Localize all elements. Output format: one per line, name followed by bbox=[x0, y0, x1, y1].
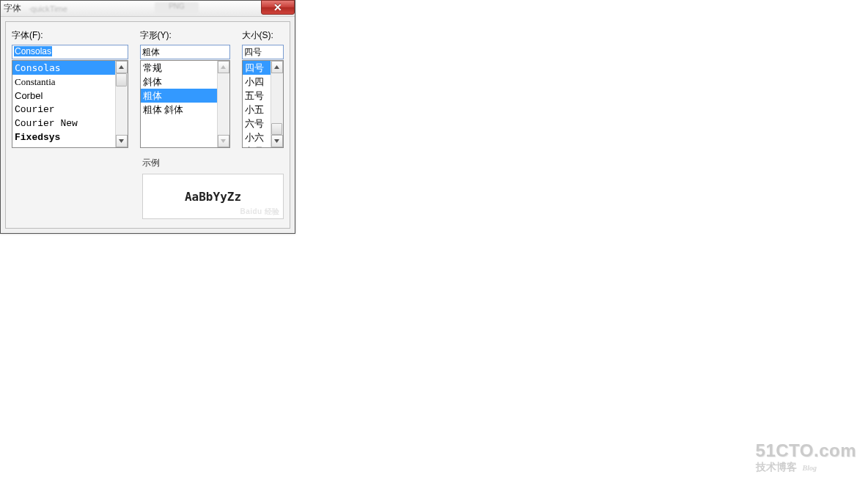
size-label: 大小(S): bbox=[242, 29, 284, 42]
font-item-corbel[interactable]: Corbel bbox=[12, 89, 115, 103]
chevron-up-icon bbox=[274, 65, 279, 69]
size-scrollbar[interactable] bbox=[271, 61, 283, 147]
scroll-up-button[interactable] bbox=[218, 61, 229, 73]
brand-line1: 51CTO.com bbox=[756, 442, 856, 459]
title-blur: ·quickTime bbox=[29, 4, 67, 13]
style-column: 字形(Y): 常规 斜体 粗体 粗体 斜体 bbox=[140, 29, 230, 148]
size-list[interactable]: 四号 小四 五号 小五 六号 小六 七号 bbox=[243, 61, 271, 147]
font-list[interactable]: Consolas Constantia Corbel Courier Couri… bbox=[12, 61, 115, 147]
sample-text: AaBbYyZz bbox=[185, 190, 241, 204]
style-item-regular[interactable]: 常规 bbox=[141, 61, 217, 75]
style-list[interactable]: 常规 斜体 粗体 粗体 斜体 bbox=[141, 61, 217, 147]
scroll-up-button[interactable] bbox=[271, 61, 283, 73]
chevron-down-icon bbox=[274, 139, 279, 143]
size-item-3[interactable]: 小五 bbox=[243, 103, 271, 117]
close-button[interactable]: ✕ bbox=[261, 0, 295, 15]
close-icon: ✕ bbox=[273, 1, 282, 13]
sample-section: 示例 AaBbYyZz Baidu 经验 bbox=[142, 157, 284, 219]
font-item-franklin[interactable]: Franklin Gothic bbox=[12, 144, 115, 147]
size-input[interactable] bbox=[242, 45, 284, 59]
font-scrollbar[interactable] bbox=[115, 61, 128, 147]
scroll-down-button[interactable] bbox=[218, 135, 229, 147]
size-item-4[interactable]: 六号 bbox=[243, 117, 271, 130]
sample-label: 示例 bbox=[142, 157, 284, 169]
font-item-couriernew[interactable]: Courier New bbox=[12, 117, 115, 130]
font-item-courier[interactable]: Courier bbox=[12, 103, 115, 117]
sample-box: AaBbYyZz Baidu 经验 bbox=[142, 174, 284, 219]
svg-marker-3 bbox=[221, 139, 226, 143]
scroll-thumb[interactable] bbox=[271, 123, 282, 135]
style-item-bold[interactable]: 粗体 bbox=[141, 89, 217, 103]
font-item-fixedsys[interactable]: Fixedsys bbox=[12, 130, 115, 144]
size-item-0[interactable]: 四号 bbox=[243, 61, 271, 75]
svg-marker-1 bbox=[119, 139, 124, 143]
size-column: 大小(S): 四号 小四 五号 小五 六号 小六 七号 bbox=[242, 29, 284, 148]
scroll-down-button[interactable] bbox=[116, 135, 128, 147]
size-item-5[interactable]: 小六 bbox=[243, 130, 271, 144]
svg-marker-4 bbox=[274, 65, 279, 69]
scroll-thumb[interactable] bbox=[116, 73, 127, 86]
svg-marker-0 bbox=[119, 65, 124, 69]
font-list-wrap: Consolas Constantia Corbel Courier Couri… bbox=[12, 60, 128, 148]
chevron-up-icon bbox=[119, 65, 124, 69]
title-badge: PNG bbox=[155, 2, 199, 14]
font-item-constantia[interactable]: Constantia bbox=[12, 75, 115, 89]
size-item-1[interactable]: 小四 bbox=[243, 75, 271, 89]
svg-marker-5 bbox=[274, 139, 279, 143]
style-label: 字形(Y): bbox=[140, 29, 230, 42]
style-item-bolditalic[interactable]: 粗体 斜体 bbox=[141, 103, 217, 117]
font-dialog: 字体 ·quickTime PNG ✕ 字体(F): Consolas Cons… bbox=[0, 0, 295, 234]
chevron-down-icon bbox=[119, 139, 124, 143]
page-watermark: 51CTO.com 技术博客 Blog bbox=[756, 442, 856, 474]
controls-row: 字体(F): Consolas Consolas Constantia Corb… bbox=[12, 29, 284, 148]
font-label: 字体(F): bbox=[12, 29, 128, 42]
titlebar[interactable]: 字体 ·quickTime PNG ✕ bbox=[1, 1, 295, 17]
size-item-6[interactable]: 七号 bbox=[243, 144, 271, 147]
size-list-wrap: 四号 小四 五号 小五 六号 小六 七号 bbox=[242, 60, 284, 148]
font-item-consolas[interactable]: Consolas bbox=[12, 61, 115, 75]
style-list-wrap: 常规 斜体 粗体 粗体 斜体 bbox=[140, 60, 230, 148]
svg-marker-2 bbox=[221, 65, 226, 69]
scroll-up-button[interactable] bbox=[116, 61, 128, 73]
inner-panel: 字体(F): Consolas Consolas Constantia Corb… bbox=[5, 21, 290, 229]
style-item-italic[interactable]: 斜体 bbox=[141, 75, 217, 89]
font-input-selection: Consolas bbox=[14, 46, 52, 56]
dialog-body: 字体(F): Consolas Consolas Constantia Corb… bbox=[1, 17, 295, 233]
style-input[interactable] bbox=[140, 45, 230, 59]
window-title: 字体 bbox=[4, 2, 21, 15]
style-scrollbar[interactable] bbox=[217, 61, 229, 147]
scroll-down-button[interactable] bbox=[271, 135, 283, 147]
font-input[interactable]: Consolas bbox=[12, 45, 128, 59]
font-column: 字体(F): Consolas Consolas Constantia Corb… bbox=[12, 29, 128, 148]
size-item-2[interactable]: 五号 bbox=[243, 89, 271, 103]
chevron-down-icon bbox=[221, 139, 226, 143]
brand-line3: Blog bbox=[803, 464, 817, 472]
sample-watermark: Baidu 经验 bbox=[240, 207, 280, 217]
brand-line2: 技术博客 bbox=[756, 461, 797, 474]
chevron-up-icon bbox=[221, 65, 226, 69]
